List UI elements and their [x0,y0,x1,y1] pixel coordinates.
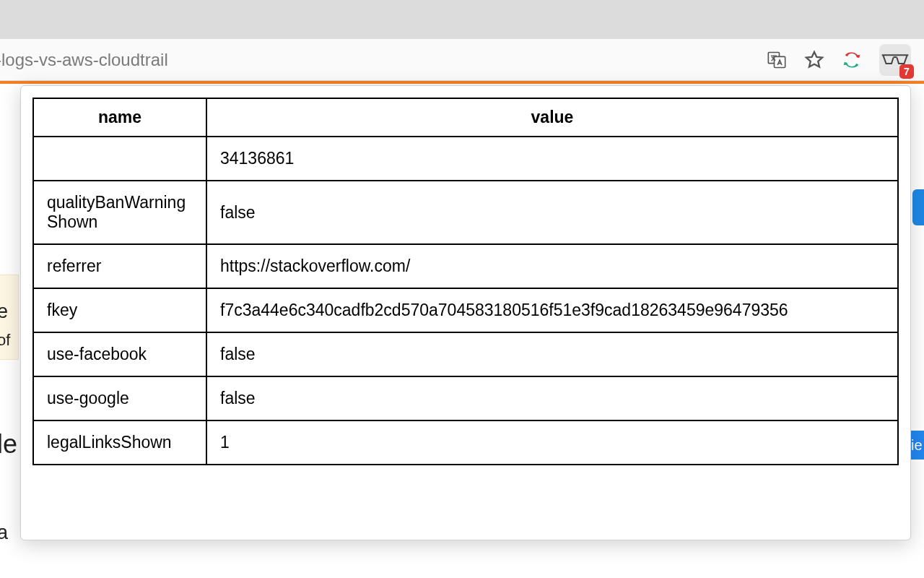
extension-popup: name value 34136861 qualityBanWarningSho… [20,85,911,540]
col-header-name: name [33,98,206,137]
blue-tab-fragment[interactable] [912,189,924,225]
cell-value: false [206,181,898,244]
table-header-row: name value [33,98,898,137]
sync-icon[interactable] [842,50,862,70]
cell-name: use-facebook [33,332,206,376]
cell-value: https://stackoverflow.com/ [206,244,898,288]
bg-text-fragment: e [0,301,6,323]
cell-name: qualityBanWarningShown [33,181,206,244]
extension-badge: 7 [899,64,914,79]
address-bar: -logs-vs-aws-cloudtrail [0,39,924,81]
url-text[interactable]: -logs-vs-aws-cloudtrail [0,50,168,70]
cell-value: false [206,376,898,420]
cell-name: fkey [33,288,206,332]
table-row: use-facebook false [33,332,898,376]
cell-name [33,137,206,181]
data-table: name value 34136861 qualityBanWarningSho… [32,98,899,465]
address-bar-icons: 7 [767,44,918,76]
table-row: referrer https://stackoverflow.com/ [33,244,898,288]
table-row: 34136861 [33,137,898,181]
table-row: fkey f7c3a44e6c340cadfb2cd570a7045831805… [33,288,898,332]
table-row: legalLinksShown 1 [33,420,898,465]
cell-value: false [206,332,898,376]
star-icon[interactable] [804,50,824,70]
browser-tab-bar [0,0,924,39]
col-header-value: value [206,98,898,137]
cell-name: referrer [33,244,206,288]
cell-name: use-google [33,376,206,420]
cell-value: 1 [206,420,898,465]
svg-rect-1 [775,56,785,67]
cell-name: legalLinksShown [33,420,206,465]
bg-text-fragment: of [0,331,10,350]
extension-button[interactable]: 7 [879,44,911,76]
table-row: use-google false [33,376,898,420]
cell-value: 34136861 [206,137,898,181]
bg-text-fragment: a [0,522,8,544]
bg-heading-fragment: le [0,429,17,460]
cell-value: f7c3a44e6c340cadfb2cd570a704583180516f51… [206,288,898,332]
table-row: qualityBanWarningShown false [33,181,898,244]
translate-icon[interactable] [767,50,787,70]
